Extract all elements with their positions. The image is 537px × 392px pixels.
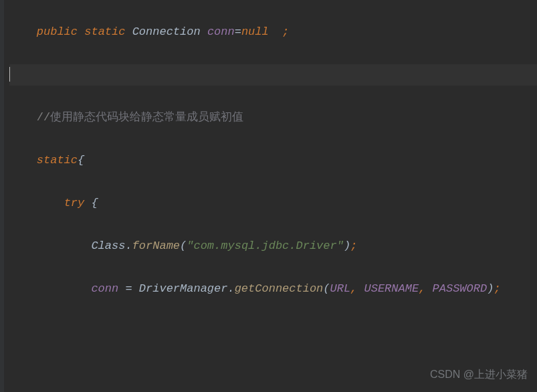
method-forname: forName (132, 239, 180, 252)
brace-open: { (78, 154, 84, 167)
expr-text: = DriverManager. (118, 282, 234, 295)
watermark-text: CSDN @上进小菜猪 (430, 364, 528, 385)
keyword-null: null (241, 25, 269, 38)
semicolon: ; (350, 239, 357, 252)
code-line-cursor (9, 64, 537, 86)
keyword-static: static (84, 25, 125, 38)
const-password: PASSWORD (433, 282, 488, 295)
space (357, 282, 364, 295)
keyword-static: static (37, 154, 78, 167)
comma: , (419, 282, 425, 295)
const-username: USERNAME (364, 282, 419, 295)
brace-open: { (84, 197, 98, 209)
const-url: URL (330, 282, 351, 295)
space (425, 282, 432, 295)
paren-open: ( (323, 282, 330, 295)
code-editor[interactable]: public static Connection conn=null ; //使… (0, 0, 537, 392)
paren-open: ( (180, 239, 187, 252)
type-connection: Connection (132, 25, 201, 38)
field-conn: conn (207, 25, 235, 38)
code-line: Class.forName("com.mysql.jdbc.Driver"); (9, 235, 537, 257)
code-line: //使用静态代码块给静态常量成员赋初值 (9, 107, 537, 128)
keyword-try: try (64, 197, 85, 209)
paren-close: ) (344, 239, 350, 252)
comment-text: 使用静态代码块给静态常量成员赋初值 (50, 111, 243, 124)
semicolon: ; (494, 282, 500, 295)
text-cursor (9, 67, 10, 82)
code-line: conn = DriverManager.getConnection(URL, … (9, 278, 537, 300)
semicolon: ; (269, 25, 290, 38)
class-ref: Class. (91, 239, 132, 252)
code-line-blank (9, 321, 537, 342)
method-getconnection: getConnection (235, 282, 324, 295)
op-eq: = (235, 25, 241, 38)
editor-gutter (0, 0, 4, 392)
field-conn: conn (91, 282, 118, 295)
comma: , (350, 282, 357, 295)
keyword-public: public (37, 25, 78, 38)
comment-slashes: // (37, 111, 50, 124)
code-line: try { (9, 193, 537, 214)
paren-close: ) (487, 282, 494, 295)
code-line: static{ (9, 150, 537, 171)
string-literal: "com.mysql.jdbc.Driver" (187, 239, 344, 252)
code-line: public static Connection conn=null ; (9, 21, 537, 43)
